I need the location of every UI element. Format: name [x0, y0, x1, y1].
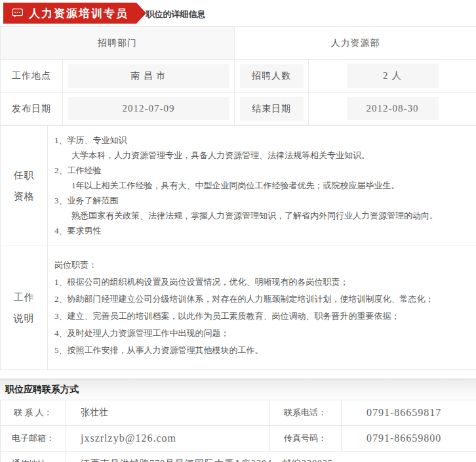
- contact-person-label: 联 系 人：: [1, 400, 66, 426]
- table-row: 招聘部门 人力资源部: [1, 27, 476, 60]
- job-description-row: 工作 说明 岗位职责： 1、根据公司的组织机构设置及岗位设置情况，优化、明晰现有…: [1, 245, 476, 370]
- job-description-line: 4、及时处理人力资源管理工作中出现的问题；: [54, 325, 472, 342]
- phone-label: 联系电话：: [269, 400, 342, 426]
- job-title-ribbon: 人力资源培训专员: [3, 3, 136, 24]
- table-row: 发布日期 2012-07-09 结束日期 2012-08-30: [1, 93, 476, 125]
- dept-label: 招聘部门: [1, 27, 235, 60]
- table-row: 通信地址： 江西南昌洪城路778号星河国际大厦A座2204，邮编330025: [1, 452, 476, 462]
- end-date-label: 结束日期: [235, 93, 309, 125]
- qualification-line: 2、工作经验: [54, 163, 472, 178]
- job-description-line: 岗位职责：: [54, 257, 472, 274]
- job-description-line: 5、按照工作安排，从事人力资源管理其他模块的工作。: [54, 342, 472, 359]
- address-label: 通信地址：: [1, 452, 66, 462]
- publish-date-label: 发布日期: [1, 93, 63, 125]
- contact-table: 联 系 人： 张壮壮 联系电话： 0791-86659817 电子邮箱： jxs…: [0, 400, 476, 462]
- job-description-line: 2、协助部门经理建立公司分级培训体系，对存在的人力瓶颈制定培训计划，使培训制度化…: [54, 291, 472, 308]
- job-description-label: 工作 说明: [1, 245, 48, 370]
- table-row: 电子邮箱： jxszrlzyb@126.com 传真号码： 0791-86659…: [1, 426, 476, 452]
- address-value: 江西南昌洪城路778号星河国际大厦A座2204，邮编330025: [66, 452, 476, 462]
- contact-person-value: 张壮壮: [66, 400, 269, 426]
- qualification-line: 熟悉国家有关政策、法律法规，掌握人力资源管理知识，了解省内外同行业人力资源管理的…: [54, 208, 472, 223]
- location-label: 工作地点: [1, 60, 63, 93]
- job-detail-table: 任职 资格 1、学历、专业知识 大学本科，人力资源管理专业，具备人力资源管理、法…: [0, 125, 476, 370]
- dept-value: 人力资源部: [235, 27, 476, 60]
- qualification-line: 4、要求男性: [54, 223, 472, 238]
- email-value: jxszrlzyb@126.com: [66, 426, 269, 452]
- headcount-value: 2 人: [309, 60, 476, 93]
- job-description-line: 3、建立、完善员工的培训档案，以此作为员工素质教育、岗位调动、职务晋升的重要依据…: [54, 308, 472, 325]
- speech-bubble-icon: [12, 9, 23, 18]
- publish-date-value: 2012-07-09: [63, 93, 235, 125]
- qualification-line: 1、学历、专业知识: [54, 133, 472, 148]
- headcount-label: 招聘人数: [235, 60, 309, 93]
- qualification-label: 任职 资格: [1, 126, 48, 245]
- qualification-row: 任职 资格 1、学历、专业知识 大学本科，人力资源管理专业，具备人力资源管理、法…: [1, 126, 476, 245]
- job-description-content: 岗位职责： 1、根据公司的组织机构设置及岗位设置情况，优化、明晰现有的各岗位职责…: [48, 245, 476, 370]
- qualification-line: 大学本科，人力资源管理专业，具备人力资源管理、法律法规等相关专业知识。: [54, 148, 472, 163]
- qualification-line: 1年以上相关工作经验，具有大、中型企业同岗位工作经验者优先；或院校应届毕业生。: [54, 178, 472, 193]
- page-title: 人力资源培训专员: [29, 6, 129, 21]
- fax-label: 传真号码：: [269, 426, 342, 452]
- table-row: 联 系 人： 张壮壮 联系电话： 0791-86659817: [1, 400, 476, 426]
- table-row: 工作地点 南 昌 市 招聘人数 2 人: [1, 60, 476, 93]
- end-date-value: 2012-08-30: [309, 93, 476, 125]
- email-label: 电子邮箱：: [1, 426, 66, 452]
- page-banner: 人力资源培训专员 - 职位的详细信息: [0, 0, 476, 26]
- location-value: 南 昌 市: [63, 60, 235, 93]
- section-divider: [0, 370, 476, 379]
- phone-value: 0791-86659817: [342, 400, 476, 426]
- job-info-table: 招聘部门 人力资源部 工作地点 南 昌 市 招聘人数 2 人 发布日期 2012…: [0, 26, 476, 125]
- job-description-line: 1、根据公司的组织机构设置及岗位设置情况，优化、明晰现有的各岗位职责；: [54, 274, 472, 291]
- qualification-line: 3、业务了解范围: [54, 193, 472, 208]
- contact-section: 职位应聘联系方式 联 系 人： 张壮壮 联系电话： 0791-86659817 …: [0, 379, 476, 462]
- page-subtitle: - 职位的详细信息: [141, 9, 206, 20]
- qualification-content: 1、学历、专业知识 大学本科，人力资源管理专业，具备人力资源管理、法律法规等相关…: [48, 126, 476, 245]
- fax-value: 0791-86659800: [342, 426, 476, 452]
- contact-header: 职位应聘联系方式: [0, 379, 476, 400]
